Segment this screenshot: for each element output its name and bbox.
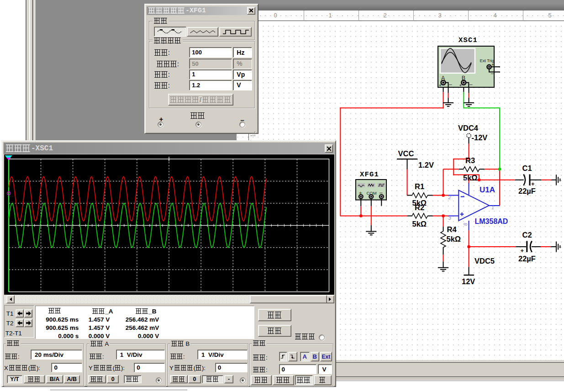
svg-text:LM358AD: LM358AD: [475, 217, 508, 225]
svg-text:+: +: [491, 62, 494, 67]
svg-text:VCC: VCC: [398, 149, 414, 158]
svg-text:U1A: U1A: [480, 185, 495, 194]
svg-text:1.2V: 1.2V: [418, 161, 434, 169]
svg-text:2: 2: [448, 195, 451, 200]
svg-text:1: 1: [491, 205, 494, 210]
svg-text:4: 4: [463, 178, 468, 181]
svg-text:+: +: [521, 247, 524, 254]
svg-text:R1: R1: [415, 182, 424, 191]
svg-text:+: +: [531, 180, 535, 187]
svg-text:–: –: [449, 81, 452, 88]
svg-text:12V: 12V: [462, 277, 475, 286]
svg-text:-12V: -12V: [472, 133, 488, 142]
svg-text:+: +: [439, 83, 442, 88]
svg-text:22µF: 22µF: [518, 187, 536, 195]
svg-text:XSC1: XSC1: [459, 36, 478, 44]
svg-text:+: +: [459, 83, 462, 88]
svg-text:5kΩ: 5kΩ: [447, 235, 461, 243]
svg-text:–: –: [491, 70, 494, 77]
svg-text:5kΩ: 5kΩ: [412, 220, 427, 228]
svg-text:22µF: 22µF: [518, 254, 536, 263]
svg-text:3: 3: [448, 215, 452, 221]
svg-text:C2: C2: [522, 231, 532, 239]
svg-text:C1: C1: [522, 164, 532, 172]
svg-text:XFG1: XFG1: [360, 170, 379, 179]
svg-text:R2: R2: [415, 203, 424, 212]
svg-text:R4: R4: [447, 225, 457, 233]
svg-text:VDC5: VDC5: [474, 257, 495, 265]
svg-text:R3: R3: [465, 156, 475, 164]
svg-text:8: 8: [463, 222, 468, 226]
svg-text:VDC4: VDC4: [458, 124, 479, 132]
svg-text:–: –: [469, 81, 473, 88]
